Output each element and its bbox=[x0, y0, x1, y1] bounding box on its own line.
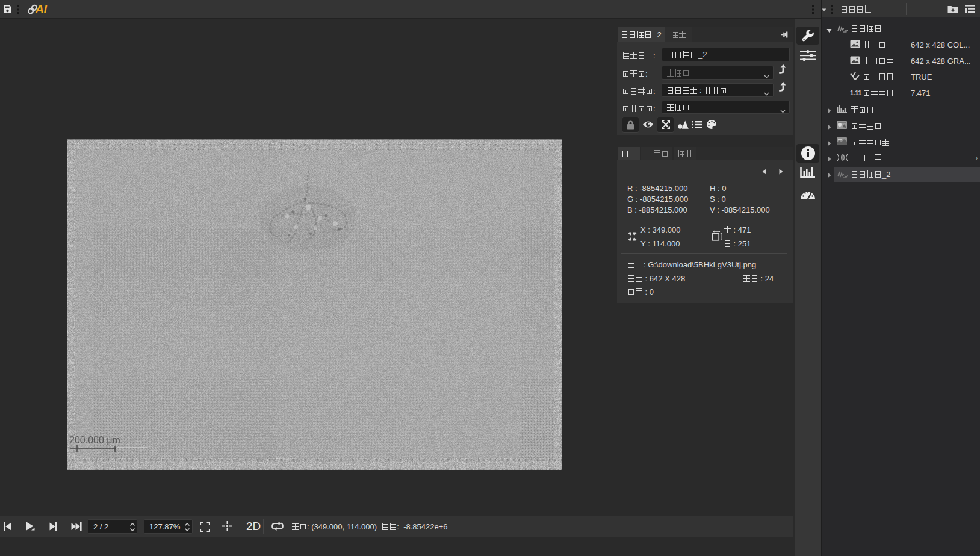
svg-text:200.000 μm: 200.000 μm bbox=[69, 435, 120, 445]
